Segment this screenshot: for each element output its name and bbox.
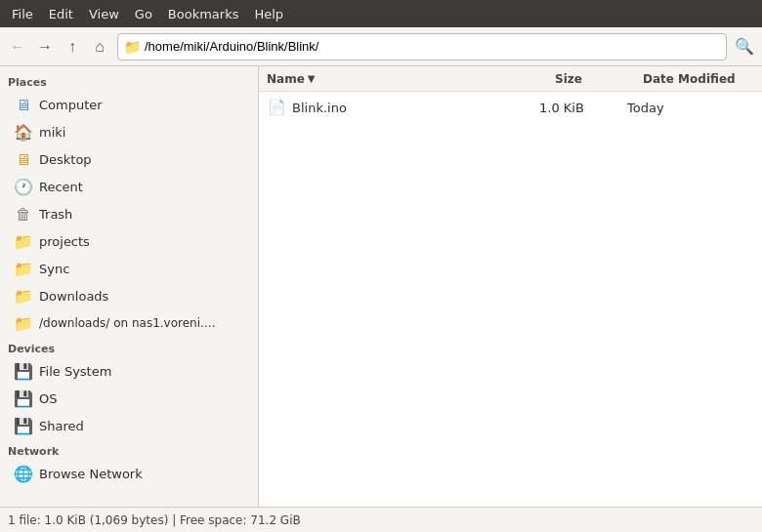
nas-downloads-icon: 📁 <box>14 313 33 333</box>
sync-icon: 📁 <box>14 259 33 278</box>
menu-edit[interactable]: Edit <box>41 5 81 23</box>
sidebar-item-os[interactable]: 💾 OS <box>2 385 256 412</box>
sidebar-label-shared: Shared <box>39 419 84 433</box>
menu-file[interactable]: File <box>4 5 41 23</box>
sidebar-item-trash[interactable]: 🗑 Trash <box>2 200 256 227</box>
menu-bookmarks[interactable]: Bookmarks <box>160 5 247 23</box>
sidebar-item-sync[interactable]: 📁 Sync <box>2 255 256 282</box>
trash-icon: 🗑 <box>14 204 33 224</box>
os-icon: 💾 <box>14 389 33 408</box>
desktop-icon: 🖥 <box>14 149 33 169</box>
projects-icon: 📁 <box>14 231 33 251</box>
col-header-name[interactable]: Name ▼ <box>259 68 547 90</box>
browse-network-icon: 🌐 <box>14 464 33 483</box>
file-list: 📄 Blink.ino 1.0 KiB Today <box>259 92 762 507</box>
filesystem-icon: 💾 <box>14 361 33 381</box>
sidebar-item-miki[interactable]: 🏠 miki <box>2 118 256 145</box>
statusbar-text: 1 file: 1.0 KiB (1,069 bytes) | Free spa… <box>8 513 301 527</box>
search-button[interactable]: 🔍 <box>731 33 758 61</box>
sidebar-item-computer[interactable]: 🖥 Computer <box>2 91 256 118</box>
col-header-date[interactable]: Date Modified <box>635 68 762 90</box>
sidebar-label-browse-network: Browse Network <box>39 467 143 481</box>
sidebar-label-trash: Trash <box>39 207 72 222</box>
sidebar-label-miki: miki <box>39 125 65 140</box>
menu-view[interactable]: View <box>81 5 127 23</box>
menu-help[interactable]: Help <box>246 5 291 23</box>
home-icon: 🏠 <box>14 122 33 142</box>
file-icon: 📄 <box>267 97 286 118</box>
up-button[interactable]: ↑ <box>59 33 86 61</box>
sidebar-item-desktop[interactable]: 🖥 Desktop <box>2 145 256 173</box>
sidebar-item-recent[interactable]: 🕐 Recent <box>2 173 256 200</box>
shared-icon: 💾 <box>14 416 33 435</box>
recent-icon: 🕐 <box>14 177 33 196</box>
sidebar-item-filesystem[interactable]: 💾 File System <box>2 357 256 385</box>
file-name: Blink.ino <box>292 101 539 115</box>
downloads-icon: 📁 <box>14 286 33 306</box>
computer-icon: 🖥 <box>14 95 33 114</box>
toolbar: ← → ↑ ⌂ 📁 🔍 <box>0 27 762 66</box>
table-row[interactable]: 📄 Blink.ino 1.0 KiB Today <box>259 94 762 121</box>
address-input[interactable] <box>145 39 720 54</box>
back-button[interactable]: ← <box>4 33 31 61</box>
sidebar-label-projects: projects <box>39 234 90 249</box>
file-area: Name ▼ Size Date Modified 📄 Blink.ino 1.… <box>259 66 762 507</box>
sidebar-label-computer: Computer <box>39 98 103 112</box>
sidebar-item-shared[interactable]: 💾 Shared <box>2 412 256 439</box>
address-folder-icon: 📁 <box>124 39 141 55</box>
menu-go[interactable]: Go <box>127 5 160 23</box>
sidebar-label-sync: Sync <box>39 262 69 276</box>
sidebar-item-nas-downloads[interactable]: 📁 /downloads/ on nas1.voreni.c... <box>2 309 256 337</box>
sidebar-item-browse-network[interactable]: 🌐 Browse Network <box>2 460 256 487</box>
home-button[interactable]: ⌂ <box>86 33 113 61</box>
sidebar: Places 🖥 Computer 🏠 miki 🖥 Desktop 🕐 Rec… <box>0 66 259 507</box>
sidebar-label-desktop: Desktop <box>39 152 92 167</box>
col-header-size[interactable]: Size <box>547 68 635 90</box>
places-header: Places <box>0 70 258 91</box>
forward-button[interactable]: → <box>31 33 59 61</box>
statusbar: 1 file: 1.0 KiB (1,069 bytes) | Free spa… <box>0 507 762 532</box>
column-headers: Name ▼ Size Date Modified <box>259 66 762 92</box>
address-bar: 📁 <box>117 33 727 61</box>
sidebar-item-projects[interactable]: 📁 projects <box>2 227 256 255</box>
devices-header: Devices <box>0 337 258 357</box>
network-header: Network <box>0 439 258 460</box>
sidebar-item-downloads[interactable]: 📁 Downloads <box>2 282 256 309</box>
sidebar-label-recent: Recent <box>39 180 83 194</box>
sort-arrow-icon: ▼ <box>308 73 316 84</box>
menubar: File Edit View Go Bookmarks Help <box>0 0 762 27</box>
sidebar-label-filesystem: File System <box>39 364 111 379</box>
sidebar-label-os: OS <box>39 391 57 406</box>
file-size: 1.0 KiB <box>539 101 627 115</box>
sidebar-label-downloads: Downloads <box>39 289 108 304</box>
main-container: Places 🖥 Computer 🏠 miki 🖥 Desktop 🕐 Rec… <box>0 66 762 507</box>
sidebar-label-nas-downloads: /downloads/ on nas1.voreni.c... <box>39 316 220 330</box>
file-date: Today <box>627 101 754 115</box>
